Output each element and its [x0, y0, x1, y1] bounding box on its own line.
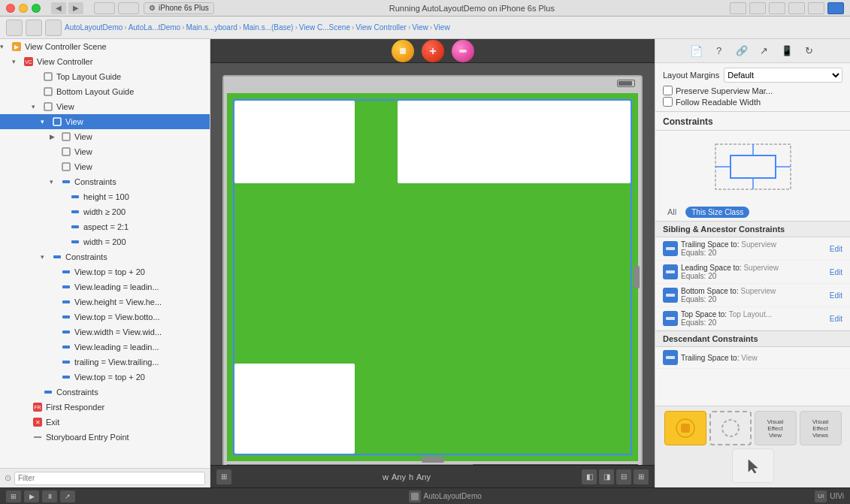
status-btn-1[interactable]: ⊞	[6, 490, 21, 502]
tree-item-constraints-inner[interactable]: ▾ Constraints	[0, 174, 210, 189]
panel-refresh-icon[interactable]: ↻	[799, 42, 820, 60]
label-c-height: height = 100	[83, 192, 129, 201]
tree-item-c-view-top[interactable]: View.top = top + 20	[0, 264, 210, 279]
nav-forward[interactable]: ▶	[68, 2, 83, 14]
panel-file-icon[interactable]: 📄	[686, 42, 707, 60]
breadcrumb-item-5[interactable]: View C...Scene	[299, 23, 350, 32]
panel-nav-icon[interactable]: ↗	[754, 42, 775, 60]
tree-item-view-child3[interactable]: View	[0, 159, 210, 174]
canvas-layout-btn1[interactable]: ◧	[582, 469, 597, 484]
tree-item-exit[interactable]: ✕ Exit	[0, 415, 210, 430]
red-circle-icon[interactable]	[422, 40, 444, 62]
canvas-content[interactable]	[210, 63, 655, 465]
close-dot[interactable]	[6, 4, 15, 13]
tree-item-view-child2[interactable]: View	[0, 144, 210, 159]
layout-btn[interactable]: ≡	[730, 2, 746, 14]
nav-fwd-file[interactable]: ▶	[45, 20, 62, 36]
resize-handle-right[interactable]	[634, 266, 640, 288]
media-library-btn[interactable]	[709, 411, 752, 445]
tree-item-c-view-top3[interactable]: View.top = top + 20	[0, 370, 210, 385]
orange-circle-icon[interactable]	[392, 40, 414, 62]
view3-btn[interactable]	[827, 2, 844, 14]
tab-this-size-class[interactable]: This Size Class	[685, 207, 749, 218]
view2-btn[interactable]	[808, 2, 824, 14]
selected-view[interactable]	[233, 99, 632, 455]
constraint-edit-2[interactable]: Edit	[830, 268, 842, 276]
constraint-row-2[interactable]: Leading Space to: Superview Equals: 20 E…	[655, 261, 850, 284]
constraint-row-3[interactable]: Bottom Space to: Superview Equals: 20 Ed…	[655, 284, 850, 307]
tree-item-c-width-eq[interactable]: width = 200	[0, 234, 210, 249]
maximize-dot[interactable]	[32, 4, 41, 13]
constraint-edit-1[interactable]: Edit	[830, 245, 842, 253]
fwd2-btn[interactable]: ↪	[769, 2, 785, 14]
tree-item-view-child1[interactable]: ▶ View	[0, 129, 210, 144]
nav-back[interactable]: ◀	[51, 2, 66, 14]
constraint-row-4[interactable]: Top Space to: Top Layout... Equals: 20 E…	[655, 307, 850, 330]
stop-btn[interactable]: ■	[94, 2, 115, 14]
tree-item-storyboard-entry[interactable]: Storyboard Entry Point	[0, 430, 210, 445]
visual-effect-views-btn[interactable]: Visual Effect Views	[800, 411, 842, 445]
breadcrumb-item-2[interactable]: AutoLa...tDemo	[129, 23, 180, 32]
minimize-dot[interactable]	[19, 4, 28, 13]
preserve-checkbox[interactable]	[663, 86, 673, 95]
tree-item-c-aspect[interactable]: aspect = 2:1	[0, 219, 210, 234]
tree-item-first-responder[interactable]: FR First Responder	[0, 400, 210, 415]
resize-handle-bottom[interactable]	[422, 457, 444, 463]
panel-link-icon[interactable]: 🔗	[731, 42, 752, 60]
tree-item-top-layout[interactable]: Top Layout Guide	[0, 69, 210, 84]
canvas-layout-btn2[interactable]: ◨	[599, 469, 614, 484]
tree-item-c-view-top2[interactable]: View.top = View.botto...	[0, 309, 210, 324]
pink-circle-icon[interactable]	[452, 40, 474, 62]
tree-item-vc[interactable]: ▾ VC View Controller	[0, 54, 210, 69]
panel-device-icon[interactable]: 📱	[776, 42, 797, 60]
status-stop-btn[interactable]: ↗	[60, 490, 75, 502]
breadcrumb-item-3[interactable]: Main.s...yboard	[186, 23, 237, 32]
tree-item-c-view-height[interactable]: View.height = View.he...	[0, 294, 210, 309]
layout-margins-select[interactable]: Default	[724, 68, 842, 83]
tree-item-c-view-leading2[interactable]: View.leading = leadin...	[0, 340, 210, 355]
run-btn[interactable]: ▶	[118, 2, 139, 14]
canvas-layout-btn3[interactable]: ⊟	[616, 469, 631, 484]
tree-item-c-view-width[interactable]: View.width = View.wid...	[0, 324, 210, 340]
panel-help-icon[interactable]: ?	[709, 42, 730, 60]
breadcrumb-item-6[interactable]: View Controller	[355, 23, 407, 32]
scheme-selector[interactable]: ⚙ iPhone 6s Plus	[144, 2, 214, 14]
constraints-header: Constraints	[655, 112, 850, 131]
view1-btn[interactable]	[788, 2, 805, 14]
tree-item-c-view-leading[interactable]: View.leading = leadin...	[0, 279, 210, 294]
tree-item-c-width-gte[interactable]: width ≥ 200	[0, 204, 210, 219]
layout-toggle-icon[interactable]: ⊞	[216, 469, 231, 484]
tree-item-constraints-top[interactable]: Constraints	[0, 385, 210, 400]
breadcrumb-item-4[interactable]: Main.s...(Base)	[243, 23, 293, 32]
tree-item-constraints-outer[interactable]: ▾ Constraints	[0, 249, 210, 264]
follow-checkbox[interactable]	[663, 97, 673, 107]
cursor-btn[interactable]	[732, 448, 774, 483]
breadcrumb-item-8[interactable]: View	[434, 23, 450, 32]
constraint-row-1[interactable]: Trailing Space to: Superview Equals: 20 …	[655, 237, 850, 261]
breadcrumb-item-7[interactable]: View	[412, 23, 428, 32]
visual-effect-view-btn[interactable]: Visual Effect View	[755, 411, 797, 445]
tab-all[interactable]: All	[663, 206, 681, 218]
tree-item-view-selected[interactable]: ▾ View	[0, 114, 210, 129]
battery-icon	[617, 80, 635, 87]
filter-input[interactable]	[14, 472, 205, 485]
canvas-scrollbar[interactable]	[227, 464, 638, 465]
canvas-layout-btn4[interactable]: ⊞	[634, 469, 649, 484]
panel-toggle-left[interactable]: ☰	[6, 20, 23, 36]
status-play-btn[interactable]: ▶	[24, 490, 39, 502]
object-library-btn[interactable]	[664, 411, 706, 445]
descendant-constraint-row-1[interactable]: Trailing Space to: View	[655, 347, 850, 369]
tree-item-scene[interactable]: ▾ ▶ View Controller Scene	[0, 39, 210, 54]
tree-item-c-height[interactable]: height = 100	[0, 189, 210, 204]
constraint-edit-4[interactable]: Edit	[830, 315, 842, 323]
back2-btn[interactable]: ↩	[749, 2, 766, 14]
tree-item-view-root[interactable]: ▾ View	[0, 99, 210, 114]
tree-item-c-trailing[interactable]: trailing = View.trailing...	[0, 355, 210, 370]
constraint-edit-3[interactable]: Edit	[830, 291, 842, 300]
nav-back-file[interactable]: ◀	[26, 20, 42, 36]
preserve-row: Preserve Superview Mar...	[663, 86, 842, 95]
device-screen[interactable]	[227, 93, 638, 461]
status-pause-btn[interactable]: ⏸	[42, 490, 57, 502]
breadcrumb-item-1[interactable]: AutoLayoutDemo	[65, 23, 123, 32]
tree-item-bottom-layout[interactable]: Bottom Layout Guide	[0, 84, 210, 99]
